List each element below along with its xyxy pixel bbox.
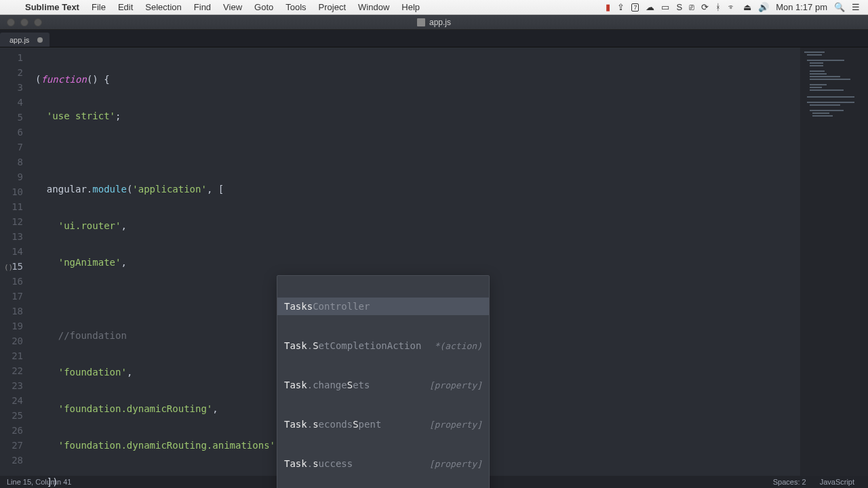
code-line[interactable]: 'use strict'; (31, 108, 868, 123)
volume-icon[interactable]: 🔊 (758, 2, 769, 12)
window-title-text: app.js (429, 18, 451, 27)
battery-icon[interactable]: ▭ (661, 2, 669, 12)
gutter-line[interactable]: 5 (0, 110, 31, 125)
gutter-line[interactable]: 13 (0, 229, 31, 244)
menu-find[interactable]: Find (188, 2, 217, 12)
wifi-icon[interactable]: ᯤ (728, 2, 736, 12)
gutter-line[interactable]: 17 (0, 289, 31, 304)
menu-tools[interactable]: Tools (279, 2, 312, 12)
gutter-line[interactable]: 19 (0, 319, 31, 333)
close-button[interactable] (7, 18, 15, 26)
display-icon[interactable]: ⎚ (689, 2, 694, 12)
editor[interactable]: 1 2 3 4 5 6 7 8 9 10 11 12 13 14 ()15 16… (0, 47, 868, 476)
code-line[interactable]: (function() { (31, 72, 868, 87)
app-name[interactable]: Sublime Text (19, 2, 85, 12)
macos-menubar: Sublime Text File Edit Selection Find Vi… (0, 0, 868, 15)
gutter-line[interactable]: 26 (0, 423, 31, 438)
tray-icon[interactable]: ▮ (606, 2, 610, 12)
autocomplete-item[interactable]: Task.secondsSpent [property] (277, 415, 489, 433)
menu-window[interactable]: Window (352, 2, 395, 12)
gutter-line[interactable]: 27 (0, 438, 31, 453)
hamburger-icon[interactable]: ☰ (852, 2, 860, 12)
code-line[interactable]: 'ui.router', (31, 218, 868, 233)
gutter-line[interactable]: 3 (0, 80, 31, 95)
autocomplete-item[interactable]: TasksController (277, 298, 489, 315)
gutter-line[interactable]: 12 (0, 214, 31, 229)
calendar-icon[interactable]: 7 (631, 3, 639, 12)
gutter-line[interactable]: 16 (0, 274, 31, 289)
spotlight-icon[interactable]: 🔍 (834, 2, 845, 12)
gutter-line[interactable]: 24 (0, 393, 31, 408)
autocomplete-popup[interactable]: TasksController Task.SetCompletionAction… (277, 275, 490, 488)
gutter-line[interactable]: ()15 (0, 259, 31, 274)
gutter: 1 2 3 4 5 6 7 8 9 10 11 12 13 14 ()15 16… (0, 47, 31, 476)
bluetooth-icon[interactable]: ᚼ (715, 2, 721, 12)
gutter-line[interactable]: 14 (0, 244, 31, 259)
window-title: app.js (417, 18, 451, 27)
menu-edit[interactable]: Edit (112, 2, 139, 12)
tabbar: app.js (0, 30, 868, 47)
gutter-line[interactable]: 10 (0, 184, 31, 199)
sync-icon[interactable]: ⟳ (701, 2, 709, 12)
window-titlebar: app.js (0, 15, 868, 30)
document-icon (417, 18, 425, 26)
menu-view[interactable]: View (217, 2, 248, 12)
gutter-line[interactable]: 4 (0, 95, 31, 110)
gutter-line[interactable]: 21 (0, 348, 31, 363)
menu-goto[interactable]: Goto (248, 2, 279, 12)
gutter-line[interactable]: 25 (0, 408, 31, 423)
minimap[interactable] (800, 47, 868, 476)
gutter-line[interactable]: 7 (0, 140, 31, 155)
gutter-line[interactable]: 2 (0, 65, 31, 80)
gutter-line[interactable]: 9 (0, 169, 31, 184)
menubar-tray: ▮ ⇪ 7 ☁ ▭ S ⎚ ⟳ ᚼ ᯤ ⏏ 🔊 Mon 1:17 pm 🔍 ☰ (606, 2, 868, 12)
menu-selection[interactable]: Selection (139, 2, 187, 12)
eject-icon[interactable]: ⏏ (743, 2, 751, 12)
minimize-button[interactable] (20, 18, 28, 26)
autocomplete-item[interactable]: Task.SetCompletionAction *(action) (277, 337, 489, 354)
tab-app-js[interactable]: app.js (0, 33, 50, 47)
gutter-line[interactable]: 22 (0, 363, 31, 378)
gutter-line[interactable]: 6 (0, 125, 31, 140)
gutter-line[interactable]: 1 (0, 50, 31, 65)
menubar-clock[interactable]: Mon 1:17 pm (776, 2, 827, 12)
menu-help[interactable]: Help (395, 2, 426, 12)
code-area[interactable]: (function() { 'use strict'; angular.modu… (31, 47, 868, 476)
dropbox-icon[interactable]: ⇪ (617, 2, 625, 12)
code-line[interactable]: 'ngAnimate', (31, 255, 868, 270)
gutter-line[interactable]: 28 (0, 453, 31, 468)
s-icon[interactable]: S (676, 2, 682, 12)
gutter-line[interactable]: 8 (0, 155, 31, 169)
tab-label: app.js (9, 36, 29, 44)
code-line[interactable] (31, 145, 868, 160)
gutter-line[interactable]: 18 (0, 304, 31, 319)
tab-dirty-indicator-icon (37, 37, 43, 43)
gutter-line[interactable]: 11 (0, 199, 31, 214)
code-line[interactable]: angular.module('application', [ (31, 182, 868, 197)
autocomplete-item[interactable]: Task.success [property] (277, 455, 489, 472)
gutter-line[interactable]: 23 (0, 378, 31, 393)
menu-project[interactable]: Project (313, 2, 352, 12)
menu-file[interactable]: File (85, 2, 112, 12)
zoom-button[interactable] (34, 18, 42, 26)
cloud-icon[interactable]: ☁ (646, 2, 654, 12)
traffic-lights (0, 18, 42, 26)
autocomplete-item[interactable]: Task.changeSets [property] (277, 376, 489, 394)
gutter-line[interactable]: 20 (0, 333, 31, 348)
